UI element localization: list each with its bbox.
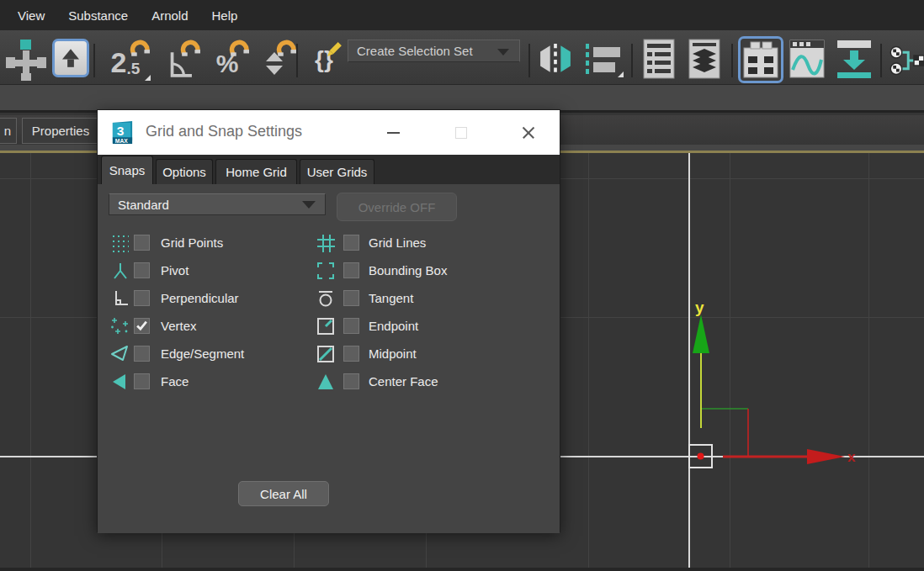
snap-option-row: Grid Points Grid Lines <box>98 229 560 256</box>
selection-set-value: Create Selection Set <box>357 44 473 58</box>
tab-user-grids[interactable]: User Grids <box>300 159 374 184</box>
perpendicular-checkbox[interactable] <box>134 290 150 306</box>
option-vertex: Vertex <box>110 312 197 340</box>
option-grid-points: Grid Points <box>110 229 223 256</box>
panel-tab-partial[interactable]: n <box>0 118 17 144</box>
angle-snap-toggle-button[interactable] <box>155 37 202 82</box>
align-button[interactable] <box>581 40 624 79</box>
toolbar-separator <box>880 44 882 77</box>
snap-option-row: Edge/Segment Midpoint <box>98 340 560 367</box>
tab-snaps[interactable]: Snaps <box>101 156 153 184</box>
svg-text:MAX: MAX <box>115 138 129 144</box>
x-axis-arrowhead <box>807 449 845 464</box>
menu-arnold[interactable]: Arnold <box>142 3 197 28</box>
option-tangent: Tangent <box>316 284 413 312</box>
minimize-icon <box>387 132 400 134</box>
checkmark-icon <box>135 320 148 331</box>
pivot-icon <box>110 261 130 281</box>
clear-all-button[interactable]: Clear All <box>238 481 329 506</box>
named-selection-set-dropdown[interactable]: Create Selection Set <box>348 40 520 62</box>
tab-home-grid[interactable]: Home Grid <box>215 159 297 184</box>
override-off-button[interactable]: Override OFF <box>337 193 457 221</box>
magnet-icon <box>130 39 150 59</box>
dock-toolbar-button[interactable] <box>835 38 874 80</box>
spinner-snap-toggle-button[interactable] <box>252 37 296 82</box>
schematic-view-button[interactable] <box>889 38 924 83</box>
layer-explorer-toggle-button[interactable] <box>687 38 722 80</box>
magnet-icon <box>180 39 200 59</box>
flyout-indicator <box>145 75 151 81</box>
percent-snap-toggle-button[interactable]: % <box>204 37 251 82</box>
snap-mode-sub: .5 <box>127 60 141 78</box>
toolbar-separator <box>631 44 633 77</box>
select-and-manipulate-button[interactable] <box>3 37 47 82</box>
dialog-titlebar[interactable]: 3 MAX Grid and Snap Settings <box>98 110 560 155</box>
select-and-manipulate-icon <box>4 38 46 82</box>
bounding-box-icon <box>316 261 336 281</box>
minimize-button[interactable] <box>378 117 408 148</box>
face-checkbox[interactable] <box>134 373 150 389</box>
dialog-title: Grid and Snap Settings <box>146 123 302 140</box>
magnet-icon <box>229 39 249 59</box>
chevron-down-icon <box>302 201 316 209</box>
option-face: Face <box>110 367 189 395</box>
ribbon-icon <box>743 41 778 78</box>
toolbar-separator <box>93 44 95 77</box>
panel-tab-label: Properties <box>32 124 89 138</box>
midpoint-checkbox[interactable] <box>343 346 359 362</box>
ribbon-toggle-button[interactable] <box>738 36 783 83</box>
origin-point <box>698 453 704 460</box>
mirror-button[interactable] <box>536 40 575 77</box>
tangent-checkbox[interactable] <box>343 290 359 306</box>
curve-editor-icon <box>789 40 825 78</box>
endpoint-checkbox[interactable] <box>343 318 359 334</box>
menu-view[interactable]: View <box>8 3 54 28</box>
schematic-view-icon <box>889 39 924 82</box>
scene-explorer-toggle-button[interactable] <box>641 38 677 80</box>
snap-option-row: Pivot Bounding Box <box>98 256 560 284</box>
menu-help[interactable]: Help <box>203 3 247 28</box>
scene-explorer-icon <box>643 39 675 79</box>
toolbar-separator <box>296 44 298 77</box>
option-bounding-box: Bounding Box <box>316 256 447 284</box>
pivot-checkbox[interactable] <box>134 262 150 278</box>
svg-text:3: 3 <box>117 124 125 138</box>
flyout-indicator <box>618 71 624 77</box>
window-bottom-edge <box>0 568 924 571</box>
transform-gizmo[interactable]: y x <box>555 153 924 571</box>
snap-preset-dropdown[interactable]: Standard <box>109 193 326 215</box>
snaps-tab-panel: Standard Override OFF Grid Points Grid L… <box>98 184 560 533</box>
panel-tab-properties[interactable]: Properties <box>22 118 99 144</box>
edit-named-selection-sets-button[interactable]: {} <box>303 37 345 82</box>
close-button[interactable] <box>513 117 544 148</box>
grid-points-checkbox[interactable] <box>134 235 150 251</box>
keyboard-override-toggle[interactable] <box>52 39 89 77</box>
center-face-checkbox[interactable] <box>343 373 359 389</box>
arrow-up-icon <box>56 44 85 72</box>
snap-option-row: Vertex Endpoint <box>98 312 560 340</box>
panel-tab-label: n <box>4 124 11 138</box>
curve-editor-button[interactable] <box>788 38 826 80</box>
menu-substance[interactable]: Substance <box>59 3 137 28</box>
option-grid-lines: Grid Lines <box>316 229 426 256</box>
dock-down-arrow-icon <box>836 40 872 78</box>
vertex-icon <box>110 316 130 336</box>
grid-lines-checkbox[interactable] <box>343 235 359 251</box>
vertex-checkbox[interactable] <box>134 318 150 334</box>
face-icon <box>110 372 130 392</box>
option-pivot: Pivot <box>110 256 189 284</box>
align-icon <box>583 44 622 76</box>
edge-segment-checkbox[interactable] <box>134 346 150 362</box>
perpendicular-icon <box>110 288 130 309</box>
mirror-icon <box>539 43 572 75</box>
snap-option-row: Face Center Face <box>98 367 560 395</box>
bounding-box-checkbox[interactable] <box>343 262 359 278</box>
tab-options[interactable]: Options <box>156 159 213 184</box>
snaps-toggle-2.5d-button[interactable]: 2 .5 <box>99 37 151 82</box>
layer-explorer-icon <box>688 39 720 79</box>
endpoint-icon <box>316 316 336 336</box>
x-axis-label: x <box>847 449 856 465</box>
maximize-button[interactable] <box>446 117 476 148</box>
option-endpoint: Endpoint <box>316 312 418 340</box>
grid-lines-icon <box>316 233 336 253</box>
